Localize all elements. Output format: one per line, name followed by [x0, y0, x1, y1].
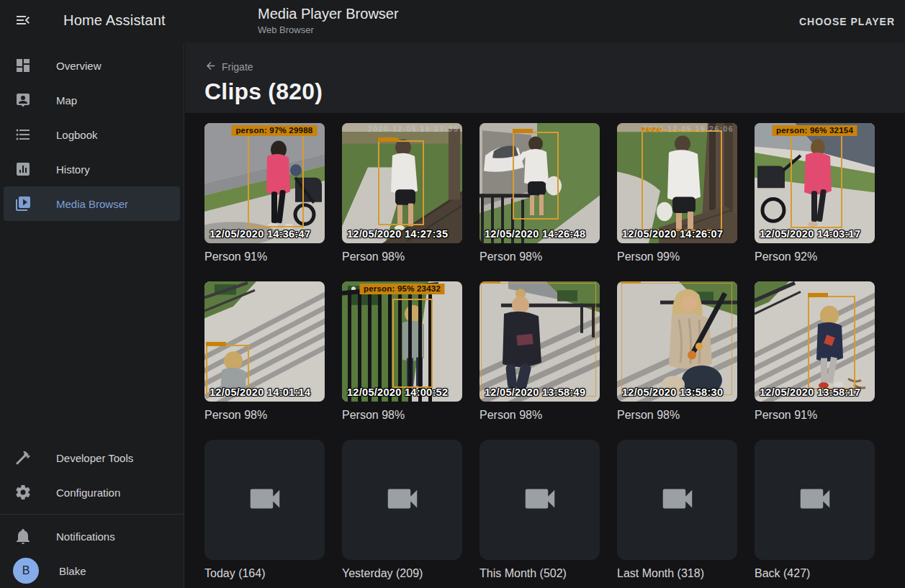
clip-timestamp: 12/05/2020 14:03:17 — [760, 228, 860, 240]
hammer-icon — [14, 449, 32, 466]
sidebar-item-label: History — [56, 163, 90, 176]
sidebar-item-overview[interactable]: Overview — [4, 48, 180, 83]
page-heading: Media Player Browser Web Browser — [258, 6, 399, 35]
sidebar-item-history[interactable]: History — [4, 152, 180, 186]
clip-thumbnail: person: 95% 23432 12/05/2020 14:00:52 — [342, 281, 462, 402]
list-bulleted-icon — [14, 126, 32, 143]
section-title: Clips (820) — [204, 78, 905, 105]
clip-timestamp: 12/05/2020 14:01:14 — [210, 386, 310, 398]
detection-bbox — [513, 132, 559, 220]
clip-timestamp: 12/05/2020 14:26:48 — [485, 228, 585, 240]
detection-bbox — [248, 133, 304, 227]
detection-bbox — [791, 133, 842, 228]
breadcrumb[interactable]: Frigate — [204, 43, 253, 74]
clip-card[interactable]: 2020-12-05 15:26:06 12/05/2020 14:26:07 … — [617, 123, 737, 264]
video-camera-icon — [383, 479, 422, 521]
folder-tile — [617, 440, 737, 560]
folder-card-back[interactable]: Back (427) — [755, 440, 875, 581]
detection-bbox — [481, 283, 596, 397]
sidebar-item-notifications[interactable]: Notifications — [4, 519, 180, 553]
arrow-left-icon — [204, 60, 217, 74]
detection-bbox — [392, 299, 433, 388]
detection-bbox — [378, 140, 424, 225]
clip-timestamp: 12/05/2020 14:00:52 — [347, 386, 448, 398]
menu-open-icon — [14, 12, 32, 32]
clip-card[interactable]: 12/05/2020 13:58:30 Person 98% — [617, 281, 737, 422]
clip-caption: Person 98% — [342, 407, 462, 422]
app-title: Home Assistant — [63, 12, 166, 29]
clip-timestamp: 12/05/2020 13:58:49 — [485, 386, 585, 398]
folder-tile — [204, 440, 325, 560]
sidebar-item-logbook[interactable]: Logbook — [4, 117, 180, 152]
clip-caption: Person 98% — [479, 407, 600, 422]
sidebar-item-label: Logbook — [56, 129, 98, 141]
top-app-bar: Home Assistant Media Player Browser Web … — [0, 0, 905, 43]
dashboard-icon — [14, 57, 32, 74]
folder-card-last-month[interactable]: Last Month (318) — [617, 440, 737, 581]
clip-card[interactable]: person: 96% 32154 12/05/2020 14:03:17 Pe… — [755, 123, 875, 264]
clip-thumbnail: 12/05/2020 13:58:17 — [755, 281, 875, 402]
media-browser-panel: Frigate Clips (820) — [185, 43, 905, 588]
clip-thumbnail: 2020-12-05 16:27:35 12/05/2020 14:27:35 — [342, 123, 462, 243]
clip-thumbnail: 2020-12-05 15:26:06 12/05/2020 14:26:07 — [617, 123, 737, 243]
media-browser-icon — [14, 195, 32, 212]
detection-bbox — [621, 283, 732, 395]
user-name: Blake — [59, 565, 86, 577]
folder-tile — [755, 440, 875, 560]
folder-label: Last Month (318) — [617, 566, 737, 581]
detection-bbox — [641, 130, 722, 231]
clip-card[interactable]: 12/05/2020 13:58:49 Person 98% — [479, 281, 600, 422]
folder-label: Back (427) — [755, 566, 875, 581]
detection-label: person: 96% 32154 — [772, 125, 857, 136]
browser-header: Frigate Clips (820) — [185, 43, 905, 113]
folder-label: This Month (502) — [479, 566, 600, 581]
clip-caption: Person 98% — [342, 249, 462, 264]
clip-caption: Person 91% — [204, 249, 325, 264]
sidebar-item-label: Developer Tools — [56, 452, 133, 464]
video-camera-icon — [246, 479, 284, 521]
page-subtitle: Web Browser — [258, 24, 399, 35]
clip-caption: Person 98% — [617, 407, 737, 422]
folder-card-yesterday[interactable]: Yesterday (209) — [342, 440, 462, 581]
sidebar-item-media-browser[interactable]: Media Browser — [4, 186, 180, 221]
clip-timestamp: 12/05/2020 14:26:07 — [622, 228, 723, 240]
clip-card[interactable]: 2020-12-05 16:27:35 12/05/2020 14:27:35 … — [342, 123, 462, 264]
clip-card[interactable]: person: 95% 23432 12/05/2020 14:00:52 Pe… — [342, 281, 462, 422]
clip-card[interactable]: 12/05/2020 13:58:17 Person 91% — [755, 281, 875, 422]
folder-card-today[interactable]: Today (164) — [204, 440, 325, 581]
sidebar-item-label: Media Browser — [56, 198, 128, 210]
folder-label: Today (164) — [204, 566, 325, 581]
sidebar-item-developer-tools[interactable]: Developer Tools — [4, 440, 180, 475]
detection-bbox — [808, 296, 855, 389]
sidebar-item-map[interactable]: Map — [4, 83, 180, 117]
clip-thumbnail: 12/05/2020 14:01:14 — [204, 281, 325, 402]
detection-label: person: 97% 29988 — [231, 125, 317, 136]
clip-caption: Person 99% — [617, 249, 737, 264]
sidebar-item-user-profile[interactable]: B Blake — [4, 553, 180, 588]
choose-player-button[interactable]: CHOOSE PLAYER — [799, 0, 895, 43]
folder-tile — [479, 440, 600, 560]
detection-label: person: 95% 23432 — [359, 284, 445, 294]
clip-thumbnail: 12/05/2020 13:58:30 — [617, 281, 737, 402]
clip-caption: Person 98% — [204, 407, 325, 422]
video-camera-icon — [658, 479, 697, 521]
folder-card-this-month[interactable]: This Month (502) — [479, 440, 600, 581]
sidebar-toggle-button[interactable] — [13, 12, 33, 32]
clip-card[interactable]: 12/05/2020 14:01:14 Person 98% — [204, 281, 325, 422]
clip-card[interactable]: person: 97% 29988 12/05/2020 14:36:47 Pe… — [204, 123, 325, 264]
sidebar: Overview Map Logbook History Media Brows… — [0, 43, 184, 588]
avatar: B — [13, 558, 39, 584]
clip-card[interactable]: 12/05/2020 14:26:48 Person 98% — [479, 123, 600, 264]
clips-grid: person: 97% 29988 12/05/2020 14:36:47 Pe… — [204, 123, 875, 581]
clip-caption: Person 98% — [479, 249, 600, 264]
sidebar-item-configuration[interactable]: Configuration — [4, 475, 180, 510]
clip-thumbnail: person: 96% 32154 12/05/2020 14:03:17 — [755, 123, 875, 243]
sidebar-item-label: Overview — [56, 60, 102, 72]
clip-thumbnail: 12/05/2020 13:58:49 — [479, 281, 600, 402]
sidebar-divider — [0, 514, 184, 515]
video-camera-icon — [796, 479, 834, 521]
video-camera-icon — [521, 479, 559, 521]
camera-osd-text: 2020-12-05 15:26:06 — [643, 125, 734, 133]
gear-icon — [14, 484, 32, 501]
clip-timestamp: 12/05/2020 13:58:30 — [622, 386, 723, 398]
